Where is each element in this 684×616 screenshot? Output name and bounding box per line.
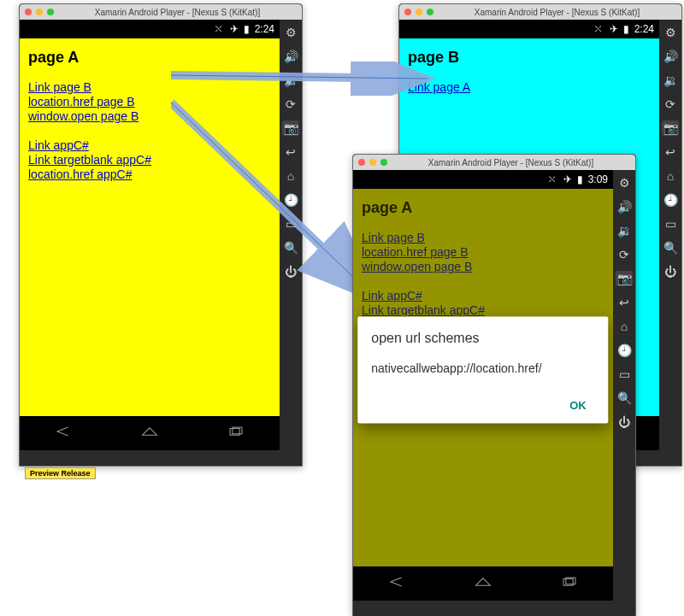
camera-icon[interactable]: 📷 (662, 120, 679, 136)
clock-text: 2:24 (255, 23, 274, 35)
volume-up-icon[interactable]: 🔊 (283, 49, 298, 64)
dialog-message: nativecallwebapp://location.href/ (371, 361, 594, 375)
page-a-content: page ALink page Blocation.href page Bwin… (20, 38, 280, 416)
emulator-side-toolbar: ⚙🔊🔉⟳📷↩⌂🕘▭🔍⏻ (613, 170, 635, 601)
airplane-icon: ✈ (610, 23, 618, 35)
bug-icon: ⛌ (594, 23, 604, 35)
link-link-page-b[interactable]: Link page B (28, 80, 271, 94)
back-button[interactable] (385, 573, 409, 594)
volume-up-icon[interactable]: 🔊 (663, 49, 678, 64)
battery-icon: ▮ (623, 23, 629, 35)
recent-button[interactable] (557, 573, 581, 594)
link-link-targetblank-appc-[interactable]: Link targetblank appC# (28, 153, 271, 167)
back-icon[interactable]: ↩ (283, 144, 298, 160)
home-button[interactable] (471, 573, 495, 594)
power-icon[interactable]: ⏻ (283, 264, 298, 279)
airplane-icon: ✈ (563, 173, 572, 185)
dialog-title: open url schemes (371, 331, 594, 346)
android-statusbar: ⛌ ✈ ▮ 3:09 (353, 170, 613, 189)
volume-down-icon[interactable]: 🔉 (616, 223, 632, 238)
link-link-page-a[interactable]: Link page A (408, 80, 651, 94)
back-button[interactable] (51, 423, 75, 443)
camera-icon[interactable]: 📷 (616, 271, 633, 286)
clock-text: 3:09 (588, 173, 608, 185)
crop-icon[interactable]: ▭ (663, 216, 678, 232)
search-icon[interactable]: 🔍 (283, 240, 298, 255)
battery-icon: ▮ (577, 173, 583, 185)
refresh-icon[interactable]: ⟳ (616, 247, 632, 262)
power-icon[interactable]: ⏻ (663, 264, 678, 279)
link-location-href-page-b[interactable]: location.href page B (28, 95, 271, 109)
max-dot[interactable] (47, 9, 54, 15)
battery-icon: ▮ (244, 23, 250, 35)
refresh-icon[interactable]: ⟳ (663, 97, 678, 112)
airplane-icon: ✈ (230, 23, 239, 35)
volume-up-icon[interactable]: 🔊 (616, 199, 632, 214)
gear-icon[interactable]: ⚙ (663, 25, 678, 40)
close-dot[interactable] (358, 159, 365, 166)
min-dot[interactable] (36, 9, 43, 15)
power-icon[interactable]: ⏻ (616, 414, 632, 430)
gear-icon[interactable]: ⚙ (283, 25, 298, 40)
gear-icon[interactable]: ⚙ (616, 175, 632, 191)
page-title: page B (408, 49, 651, 67)
titlebar: Xamarin Android Player - [Nexus S (KitKa… (20, 4, 302, 20)
home-button[interactable] (138, 423, 162, 443)
search-icon[interactable]: 🔍 (616, 390, 632, 406)
home-icon[interactable]: ⌂ (283, 168, 298, 184)
home-icon[interactable]: ⌂ (663, 168, 678, 184)
min-dot[interactable] (369, 159, 376, 166)
close-dot[interactable] (25, 9, 32, 15)
search-icon[interactable]: 🔍 (663, 240, 678, 255)
window-title: Xamarin Android Player - [Nexus S (KitKa… (438, 8, 676, 17)
link-window-open-page-b[interactable]: window.open page B (28, 109, 271, 123)
emulator-side-toolbar: ⚙🔊🔉⟳📷↩⌂🕘▭🔍⏻ (280, 20, 302, 450)
emulator-side-toolbar: ⚙🔊🔉⟳📷↩⌂🕘▭🔍⏻ (659, 20, 681, 450)
screen: page ALink page Blocation.href page Bwin… (20, 38, 280, 416)
url-scheme-dialog: open url schemes nativecallwebapp://loca… (357, 317, 608, 424)
refresh-icon[interactable]: ⟳ (283, 97, 298, 112)
volume-down-icon[interactable]: 🔉 (283, 73, 298, 88)
back-icon[interactable]: ↩ (616, 295, 632, 310)
max-dot[interactable] (380, 159, 387, 166)
clock-icon[interactable]: 🕘 (616, 343, 632, 358)
clock-icon[interactable]: 🕘 (663, 192, 678, 208)
max-dot[interactable] (427, 9, 433, 15)
link-location-href-appc-[interactable]: location.href appC# (28, 167, 271, 181)
close-dot[interactable] (404, 9, 411, 15)
emulator-page-a-dialog: Xamarin Android Player - [Nexus S (KitKa… (352, 154, 636, 616)
emulator-page-a: Xamarin Android Player - [Nexus S (KitKa… (19, 3, 303, 466)
preview-badge: Preview Release (25, 467, 96, 479)
screen: page ALink page Blocation.href page Bwin… (353, 189, 613, 566)
android-statusbar: ⛌ ✈ ▮ 2:24 (20, 20, 280, 38)
bug-icon: ⛌ (215, 23, 225, 35)
window-title: Xamarin Android Player - [Nexus S (KitKa… (58, 8, 297, 17)
window-title: Xamarin Android Player - [Nexus S (KitKa… (392, 158, 630, 167)
volume-down-icon[interactable]: 🔉 (663, 73, 678, 88)
android-navbar (20, 416, 280, 450)
clock-text: 2:24 (634, 23, 654, 35)
recent-button[interactable] (224, 423, 248, 443)
titlebar: Xamarin Android Player - [Nexus S (KitKa… (399, 4, 681, 20)
crop-icon[interactable]: ▭ (283, 216, 298, 232)
crop-icon[interactable]: ▭ (616, 367, 632, 382)
bug-icon: ⛌ (548, 173, 558, 185)
page-title: page A (28, 49, 271, 67)
home-icon[interactable]: ⌂ (616, 319, 632, 334)
dialog-ok-button[interactable]: OK (561, 392, 595, 419)
android-navbar (353, 566, 613, 601)
link-link-appc-[interactable]: Link appC# (28, 138, 271, 152)
back-icon[interactable]: ↩ (663, 144, 678, 160)
min-dot[interactable] (416, 9, 422, 15)
clock-icon[interactable]: 🕘 (283, 192, 298, 208)
titlebar: Xamarin Android Player - [Nexus S (KitKa… (353, 155, 635, 170)
camera-icon[interactable]: 📷 (282, 120, 299, 136)
android-statusbar: ⛌ ✈ ▮ 2:24 (399, 20, 659, 38)
